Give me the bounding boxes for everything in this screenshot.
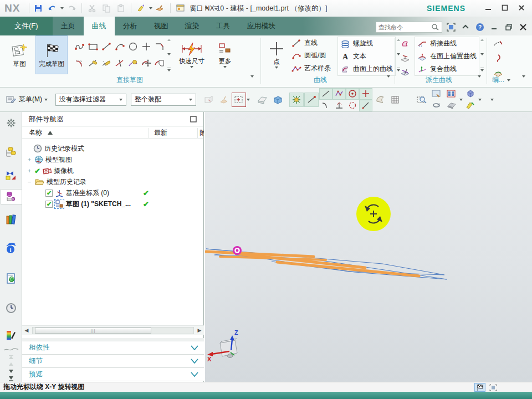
- pattern-curve-icon[interactable]: [153, 55, 166, 71]
- corner-icon[interactable]: [153, 38, 166, 55]
- art-spline-command[interactable]: 艺术样条: [289, 62, 333, 75]
- scroll-down-icon[interactable]: [2, 368, 21, 375]
- collapse-icon[interactable]: −: [27, 178, 32, 185]
- group-scroll-arrows[interactable]: [167, 39, 171, 72]
- tab-home[interactable]: 主页: [53, 17, 84, 35]
- column-divider[interactable]: [149, 128, 149, 138]
- tree-row-cameras[interactable]: + ✔ 摄像机: [22, 165, 203, 176]
- label-dropdown-icon[interactable]: [387, 75, 390, 78]
- trim-curve-icon[interactable]: [491, 37, 505, 51]
- expand-icon[interactable]: +: [27, 167, 32, 174]
- undo-button[interactable]: [46, 2, 59, 14]
- render-style-icon[interactable]: [444, 100, 459, 111]
- finish-flag-icon[interactable]: [474, 383, 485, 392]
- roles-gear-icon[interactable]: [2, 115, 21, 130]
- cut-icon[interactable]: [85, 2, 99, 14]
- roles-palette-icon[interactable]: [2, 328, 21, 342]
- history-page-icon[interactable]: [2, 271, 21, 286]
- shaded-cube-icon[interactable]: [270, 93, 285, 107]
- toolbar-overflow-icon[interactable]: [490, 99, 494, 101]
- close-button[interactable]: [513, 2, 530, 14]
- assembly-navigator-icon[interactable]: [2, 145, 21, 160]
- dependencies-section[interactable]: 相依性: [22, 341, 204, 355]
- help-icon[interactable]: ?: [474, 22, 485, 33]
- curve-group-label[interactable]: 曲线: [314, 75, 327, 85]
- sketch-button[interactable]: 草图: [3, 35, 35, 74]
- offset-curve-icon[interactable]: [398, 37, 412, 51]
- tree-row-history-mode[interactable]: 历史记录模式: [22, 143, 203, 154]
- scrollbar-thumb[interactable]: |||: [35, 328, 151, 334]
- profile-icon[interactable]: [73, 38, 86, 55]
- facet-body-icon[interactable]: [388, 93, 402, 107]
- menu-button[interactable]: 菜单(M): [2, 92, 51, 108]
- details-section[interactable]: 细节: [22, 355, 204, 368]
- zoom-window-icon[interactable]: [415, 93, 429, 107]
- snap-endpoint-icon[interactable]: [304, 93, 319, 107]
- project-curve-icon[interactable]: [398, 51, 412, 65]
- command-search[interactable]: [376, 22, 442, 33]
- tab-file[interactable]: 文件(F): [0, 17, 53, 35]
- orient-cube-icon[interactable]: [463, 88, 478, 100]
- snap-existing-point-icon[interactable]: [359, 100, 372, 111]
- text-command[interactable]: A 文本: [338, 50, 395, 63]
- navigator-column-header[interactable]: 名称 最新 附: [22, 126, 203, 139]
- tab-curve[interactable]: 曲线: [84, 17, 115, 35]
- fillet-icon[interactable]: [73, 55, 86, 71]
- group-scroll-arrows[interactable]: [480, 39, 484, 72]
- window-menu-label[interactable]: 窗口: [190, 4, 203, 13]
- snap-intersection-icon[interactable]: [359, 88, 372, 100]
- bridge-curve-command[interactable]: 桥接曲线: [415, 37, 479, 50]
- more-button[interactable]: 更多: [212, 35, 238, 74]
- finish-sketch-button[interactable]: 完成草图: [35, 35, 68, 74]
- tab-application[interactable]: 应用模块: [239, 17, 284, 35]
- rapid-dimension-dropdown-icon[interactable]: [190, 66, 193, 68]
- graphics-viewport[interactable]: X Z: [205, 112, 532, 382]
- snap-center-icon[interactable]: [346, 88, 359, 100]
- preview-section[interactable]: 预览: [22, 368, 204, 381]
- rapid-dimension-button[interactable]: 快速尺寸: [172, 35, 212, 74]
- snap-perpendicular-icon[interactable]: [332, 100, 346, 111]
- composite-curve-command[interactable]: 复合曲线: [415, 63, 479, 75]
- tab-view[interactable]: 视图: [146, 17, 177, 35]
- chevron-down-icon[interactable]: [459, 99, 463, 101]
- curve-on-surface-command[interactable]: 曲面上的曲线: [338, 63, 395, 75]
- expand-icon[interactable]: +: [27, 156, 32, 163]
- snap-tangent-icon[interactable]: [319, 100, 332, 111]
- fullscreen-icon[interactable]: [446, 22, 457, 33]
- direct-sketch-group-label[interactable]: 直接草图: [116, 75, 143, 85]
- select-assembly-icon[interactable]: [202, 93, 216, 107]
- sheet-body-icon[interactable]: [373, 93, 387, 107]
- line-command[interactable]: 直线: [289, 37, 333, 49]
- column-name[interactable]: 名称: [29, 128, 42, 137]
- snap-spline-pole-icon[interactable]: [332, 88, 346, 100]
- edit-object-display-icon[interactable]: [463, 100, 478, 111]
- maximize-button[interactable]: [497, 2, 513, 14]
- tree-row-model-views[interactable]: + 模型视图: [22, 154, 203, 165]
- checkbox-checked-icon[interactable]: ✔: [45, 190, 53, 197]
- select-rect-icon[interactable]: [488, 383, 499, 392]
- marquee-select-icon[interactable]: [232, 93, 246, 107]
- marquee-dropdown-icon[interactable]: [247, 99, 250, 101]
- minimize-ribbon-icon[interactable]: [460, 22, 471, 33]
- scroll-up-icon[interactable]: [2, 354, 21, 361]
- snap-point-toggle-icon[interactable]: [289, 93, 304, 107]
- internet-explorer-icon[interactable]: i: [2, 242, 21, 257]
- search-icon[interactable]: [431, 23, 439, 32]
- touch-mode-icon[interactable]: [154, 2, 167, 14]
- tab-analysis[interactable]: 分析: [115, 17, 146, 35]
- customize-qat-icon[interactable]: [209, 2, 223, 14]
- rotate-view-icon[interactable]: [429, 100, 444, 111]
- arc-icon[interactable]: [113, 38, 126, 55]
- history-clock-icon[interactable]: [2, 300, 21, 315]
- trim-icon[interactable]: [100, 55, 113, 71]
- minimize-button[interactable]: [480, 2, 497, 14]
- selection-filter-select[interactable]: 没有选择过滤器: [55, 94, 126, 106]
- offset-in-face-command[interactable]: 在面上偏置曲线: [415, 50, 479, 63]
- offset-curve-icon[interactable]: [126, 55, 140, 71]
- command-finder-icon[interactable]: [135, 2, 148, 14]
- redo-button[interactable]: [65, 2, 78, 14]
- chevron-down-icon[interactable]: [478, 99, 482, 101]
- label-dropdown-icon[interactable]: [478, 75, 481, 78]
- window-close-icon[interactable]: [518, 22, 529, 33]
- arc-circle-command[interactable]: 圆弧/圆: [289, 49, 333, 62]
